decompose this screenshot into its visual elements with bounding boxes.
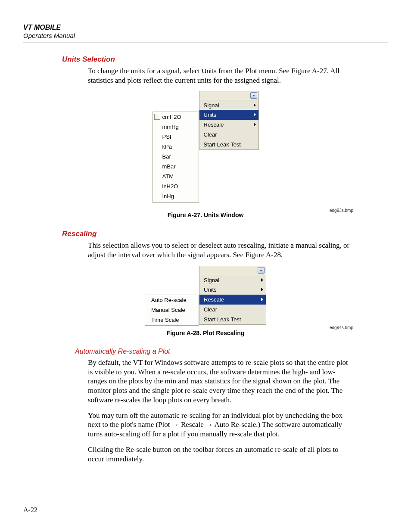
unit-item-cmh2o[interactable]: cmH2O bbox=[153, 112, 199, 122]
arrow-icon: → bbox=[172, 420, 179, 429]
menu-item-signal[interactable]: Signal bbox=[199, 275, 266, 285]
fig27-dropdown-header bbox=[199, 91, 258, 100]
heading-units-selection: Units Selection bbox=[62, 55, 388, 64]
unit-label: inH2O bbox=[162, 183, 178, 190]
menu-label: Units bbox=[204, 286, 217, 293]
spacer bbox=[23, 218, 388, 230]
unit-item-inh2o[interactable]: inH2O bbox=[153, 181, 199, 191]
unit-item-atm[interactable]: ATM bbox=[153, 171, 199, 181]
menu-item-clear[interactable]: Clear bbox=[199, 305, 266, 314]
rescale-item-manual[interactable]: Manual Scale bbox=[145, 305, 199, 315]
submenu-arrow-icon bbox=[254, 113, 256, 116]
submenu-arrow-icon bbox=[261, 278, 263, 282]
para-units-sans: Units bbox=[202, 67, 217, 75]
unit-item-mmhg[interactable]: mmHg bbox=[153, 122, 199, 132]
menu-label: Clear bbox=[204, 306, 217, 313]
unit-label: kPa bbox=[162, 143, 172, 150]
dropdown-icon[interactable] bbox=[250, 92, 257, 99]
rescale-label: Auto Re-scale bbox=[151, 297, 187, 303]
figure-a28: Signal Units Rescale Clear Start Leak Te… bbox=[23, 266, 388, 336]
page-number: A-22 bbox=[23, 506, 37, 514]
menu-label: Start Leak Test bbox=[204, 141, 241, 148]
fig28-left-panel: Auto Re-scale Manual Scale Time Scale bbox=[145, 295, 199, 326]
menu-label: Units bbox=[204, 112, 217, 118]
menu-item-rescale[interactable]: Rescale bbox=[199, 295, 266, 305]
menu-label: Signal bbox=[204, 102, 219, 109]
page: VT MOBILE Operators Manual Units Selecti… bbox=[0, 0, 411, 532]
fig28-image-filename: edg94s.bmp bbox=[330, 325, 353, 330]
submenu-arrow-icon bbox=[261, 288, 263, 291]
unit-item-psi[interactable]: PSI bbox=[153, 132, 199, 142]
heading-rescaling: Rescaling bbox=[62, 230, 388, 238]
dropdown-icon[interactable] bbox=[258, 267, 265, 274]
submenu-arrow-icon bbox=[254, 103, 256, 107]
unit-item-bar[interactable]: Bar bbox=[153, 152, 199, 162]
submenu-arrow-icon bbox=[261, 298, 263, 301]
fig28-right-panel: Signal Units Rescale Clear Start Leak Te… bbox=[199, 266, 266, 325]
spacer bbox=[23, 336, 388, 348]
para-rescaling: This selection allows you to select or d… bbox=[88, 241, 353, 260]
fig27-right-panel: Signal Units Rescale Clear Start Leak Te… bbox=[199, 91, 259, 150]
unit-label: PSI bbox=[162, 134, 171, 140]
unit-item-inhg[interactable]: InHg bbox=[153, 191, 199, 201]
fig27-left-panel: cmH2O mmHg PSI kPa Bar mBar ATM inH2O In… bbox=[153, 112, 199, 203]
unit-label: mBar bbox=[162, 163, 176, 170]
fig27-image-filename: edg93s.bmp bbox=[330, 208, 353, 213]
fig28-caption: Figure A-28. Plot Rescaling bbox=[23, 330, 388, 336]
unit-label: ATM bbox=[162, 173, 174, 180]
menu-item-units[interactable]: Units bbox=[199, 110, 258, 120]
heading-auto-rescale: Automatically Re-scaling a Plot bbox=[75, 348, 388, 355]
menu-item-units[interactable]: Units bbox=[199, 285, 266, 295]
submenu-arrow-icon bbox=[254, 123, 256, 126]
para-units-selection: To change the units for a signal, select… bbox=[88, 66, 353, 85]
rescale-item-auto[interactable]: Auto Re-scale bbox=[145, 295, 199, 305]
para-auto-rescale-1: By default, the VT for Windows software … bbox=[88, 358, 353, 405]
menu-item-rescale[interactable]: Rescale bbox=[199, 120, 258, 130]
unit-item-mbar[interactable]: mBar bbox=[153, 162, 199, 171]
rescale-item-time[interactable]: Time Scale bbox=[145, 315, 199, 325]
fig27-screenshot: Signal Units Rescale Clear Start Leak Te… bbox=[153, 91, 259, 209]
fig28-screenshot: Signal Units Rescale Clear Start Leak Te… bbox=[145, 266, 266, 327]
para-auto-rescale-3: Clicking the Re-scale button on the tool… bbox=[88, 445, 353, 464]
unit-label: cmH2O bbox=[162, 114, 181, 120]
fig28-dropdown-header bbox=[199, 266, 266, 275]
rescale-label: Manual Scale bbox=[151, 307, 185, 313]
para2-b: Rescale bbox=[179, 420, 206, 429]
menu-item-signal[interactable]: Signal bbox=[199, 100, 258, 110]
rescale-label: Time Scale bbox=[151, 317, 179, 323]
figure-a27: Signal Units Rescale Clear Start Leak Te… bbox=[23, 91, 388, 218]
menu-item-start-leak-test[interactable]: Start Leak Test bbox=[199, 140, 258, 149]
menu-label: Clear bbox=[204, 131, 217, 138]
unit-label: Bar bbox=[162, 153, 171, 160]
para-units-pre: To change the units for a signal, select bbox=[88, 67, 202, 75]
unit-item-kpa[interactable]: kPa bbox=[153, 142, 199, 152]
header-product: VT MOBILE bbox=[23, 23, 388, 32]
header-rule bbox=[23, 43, 388, 43]
menu-label: Rescale bbox=[204, 296, 224, 303]
check-icon bbox=[154, 114, 160, 120]
menu-label: Rescale bbox=[204, 121, 224, 128]
header-subtitle: Operators Manual bbox=[23, 32, 388, 40]
menu-item-start-leak-test[interactable]: Start Leak Test bbox=[199, 314, 266, 324]
menu-label: Signal bbox=[204, 277, 219, 283]
unit-label: InHg bbox=[162, 193, 174, 199]
unit-label: mmHg bbox=[162, 124, 179, 130]
page-header: VT MOBILE Operators Manual bbox=[23, 23, 388, 40]
para-auto-rescale-2: You may turn off the automatic re-scalin… bbox=[88, 411, 353, 439]
arrow-icon: → bbox=[206, 420, 213, 429]
menu-item-clear[interactable]: Clear bbox=[199, 130, 258, 140]
menu-label: Start Leak Test bbox=[204, 316, 241, 323]
